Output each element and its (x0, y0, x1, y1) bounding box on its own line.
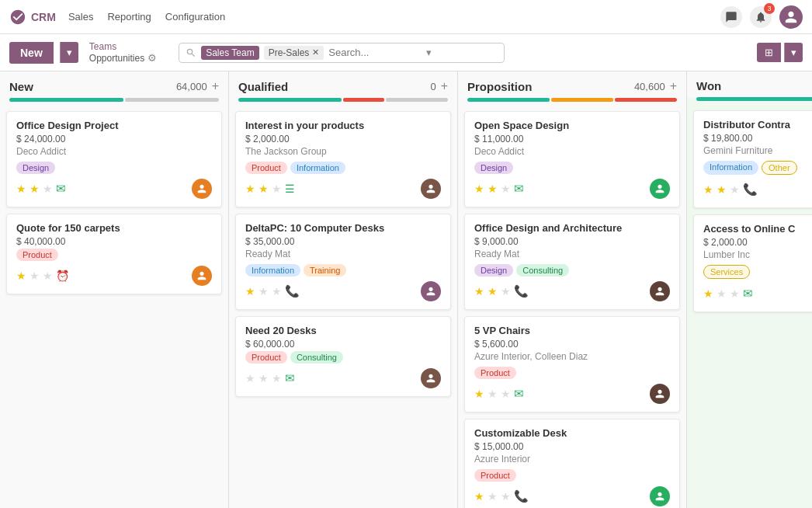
settings-gear-icon[interactable]: ⚙ (147, 52, 157, 64)
column-add-button[interactable]: + (212, 79, 219, 93)
card-tag[interactable]: Information (245, 264, 300, 277)
kanban-card[interactable]: Quote for 150 carpets $ 40,000.00 Produc… (6, 214, 222, 294)
nav-reporting[interactable]: Reporting (107, 11, 151, 23)
card-tag[interactable]: Consulting (516, 264, 569, 277)
card-tag[interactable]: Training (304, 264, 346, 277)
card-title: 5 VP Chairs (474, 325, 670, 336)
kanban-view-button[interactable]: ⊞ (757, 43, 781, 62)
card-avatar (421, 281, 441, 301)
kanban-card[interactable]: Open Space Design $ 11,000.00 Deco Addic… (464, 111, 680, 207)
card-tag[interactable]: Design (474, 162, 513, 174)
star-filled[interactable]: ★ (474, 285, 484, 297)
star-filled[interactable]: ★ (703, 287, 713, 300)
star-empty[interactable]: ★ (488, 490, 498, 503)
nav-configuration[interactable]: Configuration (165, 11, 225, 23)
kanban-card[interactable]: Customizable Desk $ 15,000.00 Azure Inte… (464, 419, 680, 508)
star-empty[interactable]: ★ (272, 183, 282, 195)
star-empty[interactable]: ★ (259, 372, 269, 384)
star-empty[interactable]: ★ (488, 388, 498, 400)
star-empty[interactable]: ★ (717, 287, 727, 300)
chat-icon[interactable] (720, 6, 742, 28)
star-filled[interactable]: ★ (245, 183, 255, 195)
card-footer: ★★★ ✉ (474, 179, 670, 199)
card-tag[interactable]: Information (290, 162, 345, 174)
star-empty[interactable]: ★ (730, 183, 740, 196)
star-empty[interactable]: ★ (272, 285, 282, 297)
card-tag[interactable]: Product (474, 469, 516, 482)
card-tags: Services (703, 265, 812, 279)
card-tag[interactable]: Product (245, 351, 287, 364)
kanban-card[interactable]: Need 20 Desks $ 60,000.00 ProductConsult… (235, 316, 451, 397)
kanban-card[interactable]: Office Design Project $ 24,000.00 Deco A… (6, 111, 222, 207)
search-input[interactable] (328, 47, 422, 58)
star-empty[interactable]: ★ (245, 372, 255, 384)
activity-icon[interactable]: 3 (750, 6, 772, 28)
star-filled[interactable]: ★ (474, 388, 484, 400)
breadcrumb-parent[interactable]: Teams (89, 41, 157, 52)
user-avatar[interactable] (779, 5, 803, 29)
pre-sales-tag[interactable]: Pre-Sales ✕ (264, 46, 324, 60)
card-footer: ★★★ ✉ (703, 284, 812, 304)
star-empty[interactable]: ★ (501, 490, 511, 503)
star-filled[interactable]: ★ (259, 183, 269, 195)
card-tag[interactable]: Consulting (290, 351, 343, 364)
progress-segment (343, 98, 384, 102)
star-filled[interactable]: ★ (488, 285, 498, 297)
star-empty[interactable]: ★ (272, 372, 282, 384)
card-tag[interactable]: Other (762, 161, 797, 175)
column-add-button[interactable]: + (670, 79, 677, 93)
card-amount: $ 60,000.00 (245, 339, 441, 350)
star-empty[interactable]: ★ (259, 285, 269, 297)
card-tags: ProductConsulting (245, 351, 441, 364)
kanban-card[interactable]: Access to Online C $ 2,000.00 Lumber Inc… (693, 214, 812, 312)
star-empty[interactable]: ★ (501, 285, 511, 297)
star-filled[interactable]: ★ (474, 490, 484, 503)
star-filled[interactable]: ★ (245, 285, 255, 297)
view-dropdown-button[interactable]: ▾ (784, 43, 803, 62)
card-company: Deco Addict (474, 146, 670, 157)
card-tags: Design (16, 162, 212, 174)
card-tag[interactable]: Product (16, 249, 58, 261)
card-tag[interactable]: Services (703, 265, 750, 279)
kanban-card[interactable]: DeltaPC: 10 Computer Desks $ 35,000.00 R… (235, 214, 451, 310)
star-filled[interactable]: ★ (474, 183, 484, 195)
star-filled[interactable]: ★ (16, 270, 26, 282)
column-add-button[interactable]: + (441, 79, 448, 93)
kanban-card[interactable]: Distributor Contra $ 19,800.00 Gemini Fu… (693, 110, 812, 208)
sales-team-tag[interactable]: Sales Team (201, 46, 259, 60)
topnav-right: 3 (720, 5, 803, 29)
pre-sales-tag-close[interactable]: ✕ (312, 47, 319, 57)
star-filled[interactable]: ★ (29, 183, 40, 195)
star-empty[interactable]: ★ (43, 183, 53, 195)
search-dropdown-button[interactable]: ▾ (426, 47, 432, 58)
card-footer: ★★★ 📞 (474, 486, 670, 506)
nav-sales[interactable]: Sales (68, 11, 94, 23)
card-avatar (650, 486, 670, 506)
star-empty[interactable]: ★ (501, 388, 511, 400)
card-tag[interactable]: Design (16, 162, 55, 174)
star-empty[interactable]: ★ (501, 183, 511, 195)
card-tag[interactable]: Product (474, 367, 516, 379)
star-empty[interactable]: ★ (43, 270, 53, 282)
new-dropdown-button[interactable]: ▾ (60, 42, 78, 63)
star-filled[interactable]: ★ (488, 183, 498, 195)
logo[interactable]: CRM (9, 9, 56, 26)
kanban-card[interactable]: Office Design and Architecture $ 9,000.0… (464, 214, 680, 310)
kanban-card[interactable]: 5 VP Chairs $ 5,600.00 Azure Interior, C… (464, 316, 680, 412)
kanban-card[interactable]: Interest in your products $ 2,000.00 The… (235, 111, 451, 207)
star-filled[interactable]: ★ (717, 183, 727, 196)
progress-segment (238, 98, 342, 102)
card-avatar (650, 384, 670, 404)
card-tag[interactable]: Design (474, 264, 513, 277)
new-button[interactable]: New (9, 42, 54, 64)
card-tag[interactable]: Product (245, 162, 287, 174)
card-title: Need 20 Desks (245, 325, 441, 336)
star-filled[interactable]: ★ (703, 183, 713, 196)
star-empty[interactable]: ★ (730, 287, 740, 300)
progress-bar (696, 97, 812, 101)
card-tag[interactable]: Information (703, 161, 758, 175)
star-empty[interactable]: ★ (29, 270, 40, 282)
column-count: 64,000 (176, 81, 207, 92)
column-count: 40,600 (634, 81, 665, 92)
star-filled[interactable]: ★ (16, 183, 26, 195)
